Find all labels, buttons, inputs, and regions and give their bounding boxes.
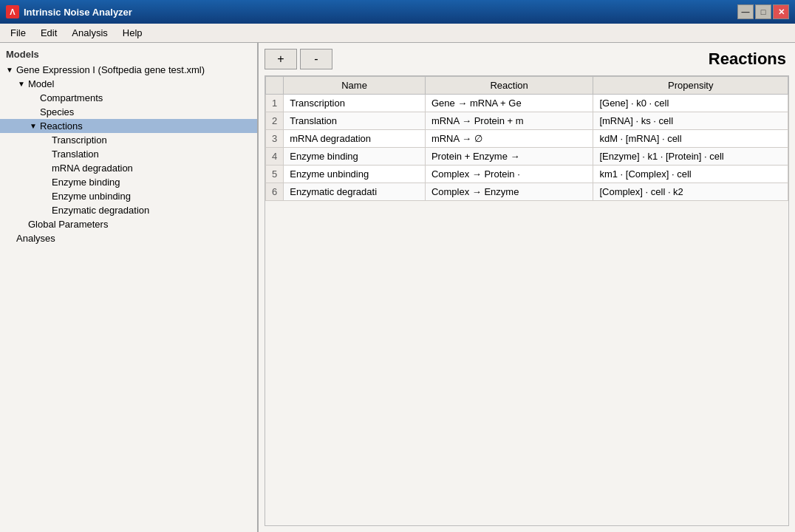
close-button[interactable]: ✕ [773, 4, 789, 19]
table-row[interactable]: 5 Enzyme unbinding Complex → Protein · k… [266, 166, 788, 183]
tree-label: Enzyme unbinding [52, 191, 131, 202]
tree-label: Compartments [40, 92, 103, 103]
cell-num: 2 [266, 112, 284, 130]
cell-name: Translation [284, 112, 426, 130]
cell-reaction: mRNA → ∅ [425, 130, 593, 148]
tree-item-mrna-degradation[interactable]: mRNA degradation [0, 161, 257, 175]
add-button[interactable]: + [265, 49, 297, 69]
table-body: 1 Transcription Gene → mRNA + Ge [Gene] … [266, 95, 788, 201]
restore-button[interactable]: □ [755, 4, 771, 19]
tree-item-enzyme-unbinding[interactable]: Enzyme unbinding [0, 189, 257, 203]
cell-propensity: kdM · [mRNA] · cell [593, 130, 788, 148]
cell-propensity: [mRNA] · ks · cell [593, 112, 788, 130]
remove-button[interactable]: - [300, 49, 332, 69]
tree-item-compartments[interactable]: Compartments [0, 91, 257, 105]
minimize-button[interactable]: — [737, 4, 754, 19]
title-bar-left: Λ Intrinsic Noise Analyzer [6, 5, 132, 18]
table-row[interactable]: 1 Transcription Gene → mRNA + Ge [Gene] … [266, 95, 788, 112]
toolbar: + - Reactions [265, 49, 789, 69]
tree-arrow: ▼ [30, 122, 40, 130]
col-reaction-header: Reaction [425, 77, 593, 95]
menu-help[interactable]: Help [115, 25, 150, 41]
table-row[interactable]: 6 Enzymatic degradati Complex → Enzyme [… [266, 183, 788, 201]
cell-name: mRNA degradation [284, 130, 426, 148]
tree-label: Global Parameters [28, 219, 108, 230]
cell-reaction: Protein + Enzyme → [425, 148, 593, 166]
table-row[interactable]: 4 Enzyme binding Protein + Enzyme → [Enz… [266, 148, 788, 166]
menu-edit[interactable]: Edit [33, 25, 64, 41]
cell-propensity: [Enzyme] · k1 · [Protein] · cell [593, 148, 788, 166]
tree-label: Enzyme binding [52, 177, 120, 188]
tree-label: mRNA degradation [52, 163, 133, 174]
tree-item-enzyme-binding[interactable]: Enzyme binding [0, 175, 257, 189]
main-container: Models ▼Gene Expression I (Softpedia gen… [0, 43, 795, 532]
title-bar-controls: — □ ✕ [737, 4, 789, 19]
table-wrapper: Name Reaction Propensity 1 Transcription… [265, 75, 789, 526]
tree-item-translation[interactable]: Translation [0, 147, 257, 161]
tree-item-analyses[interactable]: Analyses [0, 231, 257, 245]
tree-arrow: ▼ [6, 66, 16, 74]
cell-reaction: mRNA → Protein + m [425, 112, 593, 130]
tree-label: Species [40, 106, 74, 117]
cell-propensity: [Complex] · cell · k2 [593, 183, 788, 201]
cell-name: Enzymatic degradati [284, 183, 426, 201]
tree-label: Transcription [52, 134, 107, 146]
table-row[interactable]: 3 mRNA degradation mRNA → ∅ kdM · [mRNA]… [266, 130, 788, 148]
tree-label: Enzymatic degradation [52, 205, 149, 216]
title-bar: Λ Intrinsic Noise Analyzer — □ ✕ [0, 0, 795, 24]
tree-item-reactions[interactable]: ▼Reactions [0, 119, 257, 133]
tree-item-enzymatic-degradation[interactable]: Enzymatic degradation [0, 203, 257, 217]
table-row[interactable]: 2 Translation mRNA → Protein + m [mRNA] … [266, 112, 788, 130]
tree-item-global-parameters[interactable]: Global Parameters [0, 217, 257, 231]
window-title: Intrinsic Noise Analyzer [24, 7, 132, 18]
tree-label: Gene Expression I (Softpedia gene test.x… [16, 64, 205, 75]
cell-reaction: Complex → Enzyme [425, 183, 593, 201]
col-name-header: Name [284, 77, 426, 95]
app-icon: Λ [6, 5, 19, 18]
content-area: + - Reactions Name Reaction Propensity 1… [259, 43, 795, 532]
tree-arrow: ▼ [18, 80, 28, 88]
tree-item-species[interactable]: Species [0, 105, 257, 119]
tree-label: Analyses [16, 233, 55, 244]
tree-item-transcription[interactable]: Transcription [0, 133, 257, 147]
col-num-header [266, 77, 284, 95]
sidebar-header: Models [0, 46, 257, 63]
tree-label: Translation [52, 149, 99, 160]
cell-num: 1 [266, 95, 284, 112]
cell-name: Enzyme unbinding [284, 166, 426, 183]
menu-bar: File Edit Analysis Help [0, 24, 795, 43]
section-title: Reactions [709, 50, 789, 69]
menu-analysis[interactable]: Analysis [64, 25, 115, 41]
col-propensity-header: Propensity [593, 77, 788, 95]
cell-num: 4 [266, 148, 284, 166]
tree-container: ▼Gene Expression I (Softpedia gene test.… [0, 63, 257, 245]
menu-file[interactable]: File [3, 25, 33, 41]
cell-reaction: Complex → Protein · [425, 166, 593, 183]
cell-reaction: Gene → mRNA + Ge [425, 95, 593, 112]
tree-label: Model [28, 78, 54, 89]
cell-num: 6 [266, 183, 284, 201]
cell-propensity: [Gene] · k0 · cell [593, 95, 788, 112]
reactions-table: Name Reaction Propensity 1 Transcription… [265, 76, 788, 201]
sidebar: Models ▼Gene Expression I (Softpedia gen… [0, 43, 259, 532]
cell-num: 3 [266, 130, 284, 148]
cell-num: 5 [266, 166, 284, 183]
tree-label: Reactions [40, 120, 83, 132]
tree-item-model[interactable]: ▼Model [0, 77, 257, 91]
cell-propensity: km1 · [Complex] · cell [593, 166, 788, 183]
toolbar-left: + - [265, 49, 332, 69]
cell-name: Transcription [284, 95, 426, 112]
tree-item-gene-expression[interactable]: ▼Gene Expression I (Softpedia gene test.… [0, 63, 257, 77]
cell-name: Enzyme binding [284, 148, 426, 166]
